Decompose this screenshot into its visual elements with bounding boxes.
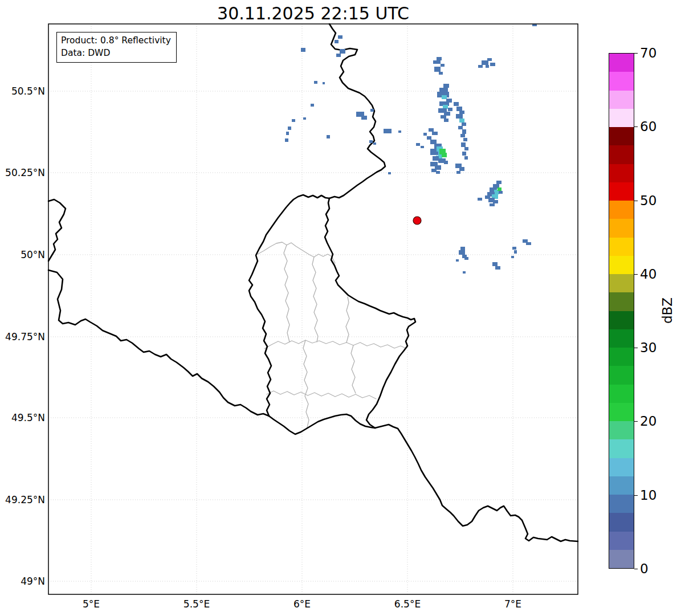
colorbar-segment (609, 439, 634, 458)
radar-echo-cell (314, 81, 317, 84)
colorbar-segment (609, 366, 634, 384)
y-axis-tick-label: 50.25°N (0, 167, 45, 178)
radar-echo-cell (444, 119, 448, 122)
colorbar-segment (609, 458, 634, 476)
radar-echo-cell (285, 138, 288, 142)
radar-echo-cell (442, 95, 447, 99)
colorbar-segment (609, 292, 634, 311)
radar-echo-cell (421, 146, 424, 148)
colorbar-tick (634, 274, 638, 275)
radar-echo-cell (526, 242, 531, 245)
radar-echo-cell (495, 266, 500, 270)
colorbar-tick-label: 60 (640, 119, 657, 134)
colorbar-tick (634, 53, 638, 54)
canton-border-line (303, 340, 309, 427)
radar-echo-cell (492, 262, 498, 266)
radar-echo-cell (456, 259, 459, 262)
colorbar-tick (634, 569, 638, 569)
radar-echo-cell (288, 127, 291, 130)
radar-echo-cell (370, 109, 374, 112)
radar-echo-cell (514, 250, 517, 254)
canton-border-line (267, 391, 376, 399)
radar-echo-cell (427, 136, 431, 140)
colorbar-tick-label: 50 (640, 193, 657, 208)
canton-border-line (284, 245, 290, 342)
y-axis-tick-label: 50°N (0, 249, 45, 260)
colorbar-tick (634, 421, 638, 422)
colorbar-segment (609, 109, 634, 127)
radar-echo-cell (423, 133, 427, 136)
x-axis-tick-label: 5°E (66, 598, 117, 610)
colorbar-segment (609, 127, 634, 145)
colorbar-segment (609, 91, 634, 109)
radar-echo-cell (327, 135, 330, 138)
radar-echo-cell (369, 140, 373, 143)
colorbar-segment (609, 274, 634, 292)
radar-echo-cell (430, 140, 437, 144)
radar-echo-cell (433, 60, 441, 64)
colorbar-axis-label: dBZ (660, 293, 677, 328)
radar-echo-cell (463, 138, 467, 141)
radar-echo-cell (478, 198, 482, 201)
colorbar-segment (609, 495, 634, 513)
radar-echo-cell (464, 156, 468, 160)
radar-echo-cell (454, 102, 459, 106)
colorbar-segment (609, 54, 634, 72)
data-source-label: Data: DWD (61, 47, 171, 59)
radar-echo-cell (490, 203, 495, 206)
radar-echo-cell (461, 142, 466, 147)
x-axis-tick-label: 6°E (276, 598, 328, 610)
radar-echo-cell (442, 153, 447, 157)
radar-echo-cell (439, 88, 448, 92)
canton-border-line (258, 242, 335, 263)
colorbar-segment (609, 421, 634, 439)
radar-echo-cell (490, 63, 495, 66)
y-axis-tick-label: 49.25°N (0, 494, 45, 505)
radar-echo-cell (444, 161, 448, 164)
country-border-line (48, 270, 269, 416)
x-axis-tick-label: 5.5°E (171, 598, 222, 610)
radar-echo-cell (286, 132, 289, 135)
colorbar-segment (609, 201, 634, 219)
radar-echo-cell (340, 49, 345, 54)
colorbar-segment (609, 182, 634, 201)
radar-echo-cell (303, 117, 306, 120)
colorbar-tick (634, 348, 638, 348)
radar-echo-cell (485, 195, 490, 199)
radar-echo-cell (335, 40, 339, 43)
x-axis-tick-label: 7°E (487, 598, 539, 610)
radar-echo-cell (459, 119, 464, 123)
country-border-line (329, 24, 385, 198)
product-info-box: Product: 0.8° Reflectivity Data: DWD (56, 32, 177, 63)
radar-echo-cell (373, 142, 376, 145)
radar-echo-cell (462, 129, 466, 134)
radar-echo-cell (459, 250, 465, 255)
colorbar-segment (609, 219, 634, 237)
radar-echo-cell (460, 247, 465, 250)
canton-border-line (351, 345, 356, 393)
canton-border-line (346, 297, 349, 342)
radar-echo-cell (441, 115, 446, 119)
radar-echo-cell (493, 200, 498, 203)
colorbar-segment (609, 348, 634, 366)
radar-echo-cell (464, 257, 468, 260)
radar-echo-cell (388, 172, 391, 174)
colorbar-segment (609, 256, 634, 274)
colorbar-segment (609, 145, 634, 164)
country-border-line (249, 195, 329, 416)
colorbar-segment (609, 513, 634, 531)
product-label: Product: 0.8° Reflectivity (61, 34, 171, 47)
colorbar-segment (609, 238, 634, 256)
radar-echo-cell (432, 132, 438, 135)
radar-echo-cell (512, 247, 516, 250)
radar-echo-cell (496, 181, 501, 184)
radar-echo-cell (436, 171, 440, 174)
colorbar (609, 53, 634, 569)
radar-echo-cell (511, 256, 514, 258)
colorbar-tick (634, 201, 638, 201)
radar-echo-cell (456, 107, 462, 111)
radar-echo-cell (429, 128, 434, 132)
radar-echo-cell (499, 191, 503, 194)
y-axis-tick-label: 49.75°N (0, 331, 45, 342)
radar-echo-cell (498, 187, 501, 191)
